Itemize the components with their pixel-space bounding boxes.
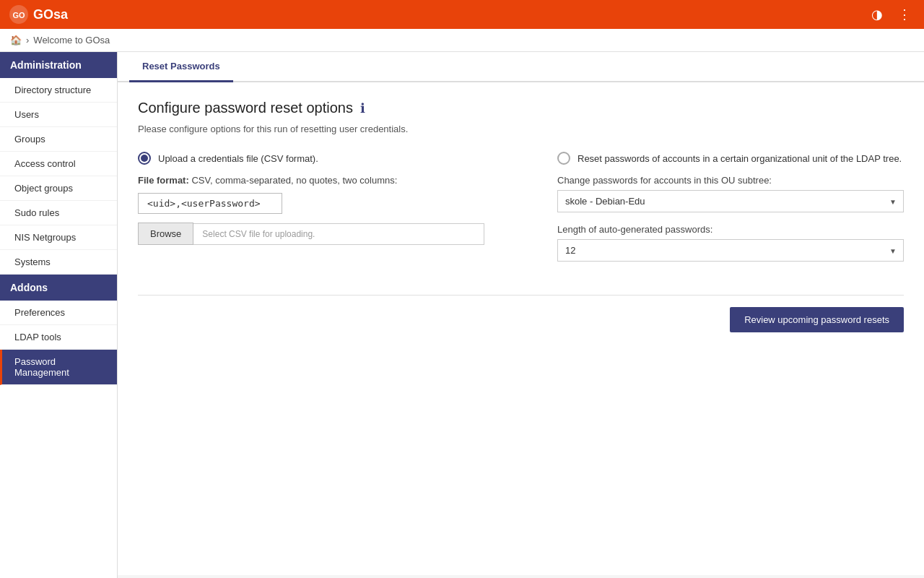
option-ldap-header: Reset passwords of accounts in a certain… (557, 152, 904, 165)
action-row: Review upcoming password resets (138, 295, 904, 332)
file-input-display: Select CSV file for uploading. (193, 223, 484, 245)
option-csv-label[interactable]: Upload a credentials file (CSV format). (158, 153, 318, 164)
option-ldap-label[interactable]: Reset passwords of accounts in a certain… (578, 153, 902, 164)
sidebar-item-ldap-tools[interactable]: LDAP tools (0, 325, 117, 350)
sidebar-item-groups[interactable]: Groups (0, 127, 117, 152)
gosa-logo: GO (9, 4, 29, 25)
brand: GO GOsa (9, 4, 68, 25)
option-ldap-col: Reset passwords of accounts in a certain… (557, 152, 904, 273)
page-title: Configure password reset options ℹ (138, 100, 904, 116)
breadcrumb-current: Welcome to GOsa (33, 35, 110, 46)
length-select[interactable]: 12 (557, 239, 904, 262)
sidebar-item-sudo-rules[interactable]: Sudo rules (0, 201, 117, 225)
sidebar-section-addons: Addons (0, 275, 117, 301)
file-format-key: File format: (138, 175, 189, 186)
browse-button[interactable]: Browse (138, 223, 193, 245)
brand-name: GOsa (33, 7, 68, 22)
theme-icon: ◑ (871, 7, 883, 22)
option-csv-header: Upload a credentials file (CSV format). (138, 152, 484, 165)
radio-ldap[interactable] (557, 152, 570, 165)
page-description: Please configure options for this run of… (138, 124, 904, 134)
sidebar-section-administration: Administration (0, 52, 117, 78)
sidebar-item-nis-netgroups[interactable]: NIS Netgroups (0, 225, 117, 250)
tab-reset-passwords[interactable]: Reset Passwords (129, 52, 233, 82)
home-icon[interactable]: 🏠 (10, 35, 22, 46)
option-csv-col: Upload a credentials file (CSV format). … (138, 152, 484, 245)
sidebar-item-systems[interactable]: Systems (0, 250, 117, 275)
options-row: Upload a credentials file (CSV format). … (138, 152, 904, 273)
breadcrumb-separator: › (26, 35, 29, 46)
sidebar-item-object-groups[interactable]: Object groups (0, 176, 117, 201)
content-panel: Configure password reset options ℹ Pleas… (118, 82, 924, 575)
code-example: <uid>,<userPassword> (138, 193, 282, 214)
sidebar: Administration Directory structure Users… (0, 52, 118, 578)
navbar: GO GOsa ◑ ⋮ (0, 0, 924, 29)
sidebar-item-password-management[interactable]: Password Management (0, 350, 117, 385)
main-content: Reset Passwords Configure password reset… (118, 52, 924, 578)
navbar-actions: ◑ ⋮ (866, 4, 915, 25)
layout: Administration Directory structure Users… (0, 52, 924, 578)
sidebar-item-directory-structure[interactable]: Directory structure (0, 78, 117, 103)
length-label: Length of auto-generated passwords: (557, 224, 904, 235)
theme-toggle-button[interactable]: ◑ (866, 4, 888, 25)
length-select-wrapper: 12 (557, 239, 904, 262)
radio-csv[interactable] (138, 152, 151, 165)
vertical-dots-icon: ⋮ (898, 7, 911, 22)
ou-label: Change passwords for accounts in this OU… (557, 175, 904, 186)
svg-text:GO: GO (12, 11, 25, 20)
browse-row: Browse Select CSV file for uploading. (138, 223, 484, 245)
tabs-bar: Reset Passwords (118, 52, 924, 82)
ou-select-wrapper: skole - Debian-Edu (557, 190, 904, 212)
breadcrumb: 🏠 › Welcome to GOsa (0, 29, 924, 52)
file-format-value: CSV, comma-separated, no quotes, two col… (191, 175, 397, 186)
menu-button[interactable]: ⋮ (894, 4, 915, 25)
file-format-row: File format: CSV, comma-separated, no qu… (138, 175, 484, 186)
sidebar-item-users[interactable]: Users (0, 103, 117, 127)
sidebar-item-preferences[interactable]: Preferences (0, 301, 117, 325)
sidebar-item-access-control[interactable]: Access control (0, 152, 117, 176)
ou-select[interactable]: skole - Debian-Edu (557, 190, 904, 212)
review-button[interactable]: Review upcoming password resets (730, 307, 904, 332)
info-icon[interactable]: ℹ (360, 100, 365, 116)
